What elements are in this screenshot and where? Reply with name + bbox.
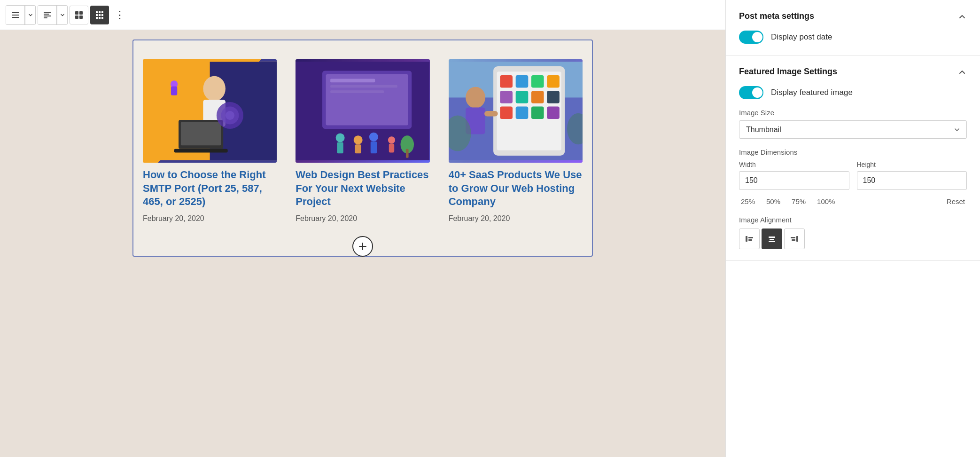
image-dimensions-label: Image Dimensions	[739, 148, 967, 156]
svg-rect-37	[331, 90, 384, 93]
svg-rect-74	[769, 241, 775, 242]
align-center-icon	[767, 234, 777, 244]
post-image-1	[143, 59, 277, 163]
svg-rect-47	[406, 149, 409, 158]
grid-view-button[interactable]	[90, 6, 109, 24]
text-view-icon	[43, 11, 52, 19]
svg-rect-36	[331, 85, 398, 88]
svg-rect-61	[515, 106, 528, 119]
image-size-select-wrapper: Thumbnail Medium Large Full Size	[739, 120, 967, 139]
align-left-button[interactable]	[739, 228, 760, 249]
post-image-3	[449, 59, 583, 163]
post-date-1: February 20, 2020	[143, 214, 277, 223]
list-view-chevron[interactable]	[25, 6, 35, 24]
svg-rect-45	[389, 143, 394, 152]
svg-rect-0	[12, 12, 19, 13]
compact-view-icon	[75, 11, 83, 19]
width-field: Width	[739, 161, 849, 190]
toggle-slider-post-date	[739, 31, 763, 44]
post-image-2	[296, 59, 429, 163]
chevron-down-icon-2	[60, 13, 65, 17]
svg-rect-15	[99, 14, 101, 16]
svg-rect-43	[371, 142, 377, 154]
post-title-3[interactable]: 40+ SaaS Products We Use to Grow Our Web…	[449, 168, 583, 209]
reset-button[interactable]: Reset	[945, 197, 967, 206]
posts-grid: How to Choose the Right SMTP Port (Port …	[143, 50, 583, 232]
svg-rect-9	[75, 16, 78, 19]
width-input[interactable]	[739, 171, 849, 190]
sidebar: Post meta settings Display post date Fea…	[725, 0, 980, 457]
featured-image-settings-header[interactable]: Featured Image Settings	[739, 67, 967, 77]
svg-rect-59	[547, 91, 560, 103]
svg-rect-55	[547, 75, 560, 88]
grid-view-icon	[95, 11, 104, 19]
plus-icon	[358, 241, 368, 252]
post-meta-chevron-up-icon	[957, 12, 967, 21]
svg-rect-77	[792, 239, 795, 241]
content-area: How to Choose the Right SMTP Port (Port …	[0, 30, 725, 457]
post-image-svg-1	[143, 59, 277, 163]
toggle-slider-featured-image	[739, 86, 763, 99]
display-post-date-toggle[interactable]	[739, 31, 763, 44]
svg-rect-63	[547, 106, 560, 119]
featured-image-settings-section: Featured Image Settings Display featured…	[726, 55, 980, 261]
display-featured-image-toggle[interactable]	[739, 86, 763, 99]
display-featured-image-row: Display featured image	[739, 86, 967, 99]
more-options-button[interactable]: ⋮	[111, 6, 130, 24]
svg-point-40	[354, 135, 363, 144]
percent-row: 25% 50% 75% 100% Reset	[739, 197, 967, 206]
list-view-button[interactable]	[6, 6, 25, 24]
svg-rect-1	[12, 15, 19, 16]
align-right-button[interactable]	[784, 228, 805, 249]
text-view-button[interactable]	[38, 6, 57, 24]
svg-rect-57	[515, 91, 528, 103]
svg-rect-71	[748, 239, 752, 241]
svg-rect-73	[770, 239, 774, 240]
svg-point-42	[369, 133, 378, 142]
align-center-button[interactable]	[762, 228, 782, 249]
post-card-2: Web Design Best Practices For Your Next …	[296, 59, 429, 223]
svg-rect-41	[355, 144, 361, 153]
svg-rect-16	[101, 14, 103, 16]
post-meta-settings-header[interactable]: Post meta settings	[739, 11, 967, 21]
svg-point-64	[466, 87, 485, 109]
post-image-svg-3	[449, 59, 583, 163]
svg-rect-54	[531, 75, 544, 88]
display-post-date-label: Display post date	[771, 32, 832, 42]
svg-rect-8	[79, 11, 83, 15]
percent-100-button[interactable]: 100%	[815, 197, 837, 206]
svg-point-22	[203, 76, 226, 101]
post-date-2: February 20, 2020	[296, 214, 429, 223]
svg-rect-58	[531, 91, 544, 103]
compact-view-button[interactable]	[70, 6, 88, 24]
post-meta-settings-title: Post meta settings	[739, 11, 814, 21]
post-title-2[interactable]: Web Design Best Practices For Your Next …	[296, 168, 429, 209]
height-label: Height	[857, 161, 967, 168]
svg-rect-2	[12, 17, 19, 18]
svg-rect-5	[44, 16, 51, 16]
featured-image-chevron-up-icon	[957, 67, 967, 77]
percent-25-button[interactable]: 25%	[739, 197, 757, 206]
featured-image-settings-title: Featured Image Settings	[739, 67, 837, 77]
svg-rect-13	[101, 11, 103, 13]
svg-rect-69	[746, 236, 747, 242]
svg-rect-62	[531, 106, 544, 119]
svg-rect-56	[500, 91, 513, 103]
text-view-chevron[interactable]	[57, 6, 67, 24]
svg-rect-10	[79, 16, 83, 19]
svg-rect-7	[75, 11, 78, 15]
align-left-icon	[745, 234, 754, 244]
svg-rect-66	[484, 111, 498, 116]
percent-75-button[interactable]: 75%	[790, 197, 808, 206]
add-block-button[interactable]	[352, 236, 373, 257]
svg-rect-52	[500, 75, 513, 88]
svg-rect-39	[337, 142, 343, 154]
toolbar: ⋮	[0, 0, 725, 30]
percent-50-button[interactable]: 50%	[764, 197, 782, 206]
image-size-select[interactable]: Thumbnail Medium Large Full Size	[739, 121, 966, 138]
list-icon	[11, 11, 20, 19]
svg-rect-76	[791, 237, 795, 238]
height-input[interactable]	[857, 171, 967, 190]
svg-rect-35	[331, 79, 375, 83]
post-title-1[interactable]: How to Choose the Right SMTP Port (Port …	[143, 168, 277, 209]
